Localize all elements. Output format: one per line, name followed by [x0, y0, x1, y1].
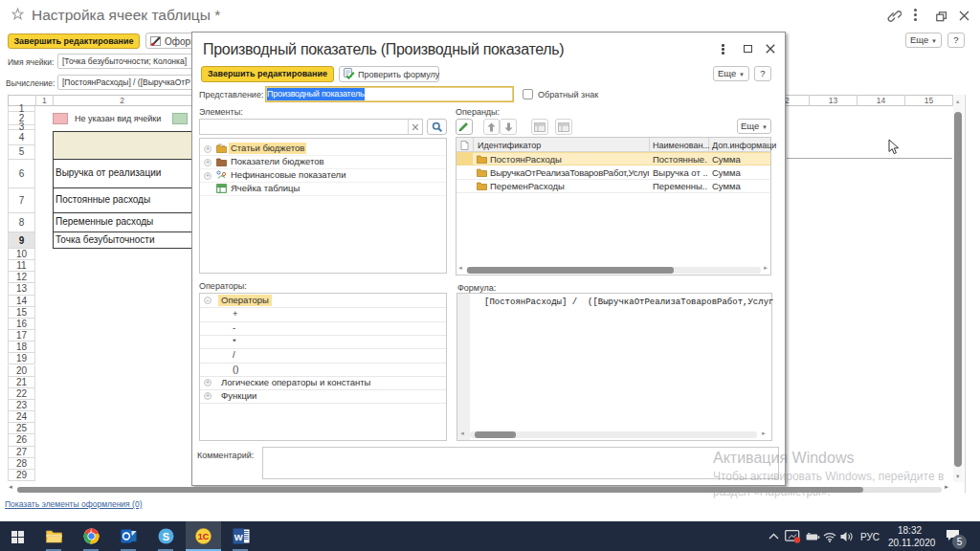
- svg-text:1С: 1С: [198, 532, 210, 541]
- svg-text:W: W: [234, 532, 243, 542]
- svg-text:S: S: [163, 531, 169, 542]
